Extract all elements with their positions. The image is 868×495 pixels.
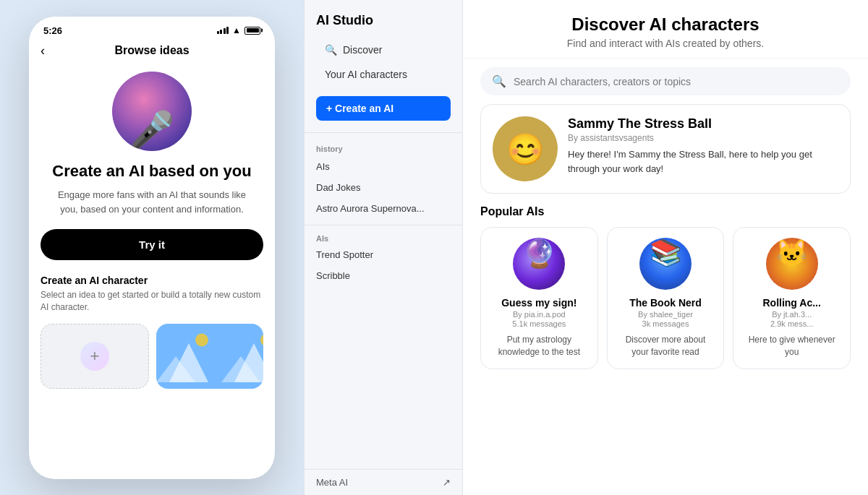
sidebar-footer: Meta AI ↗: [305, 469, 462, 495]
rolling-icon: 🐱: [775, 238, 808, 267]
featured-ai-name: Sammy The Stress Ball: [568, 116, 838, 132]
discover-label: Discover: [343, 44, 382, 56]
popular-ai-desc-3: Here to give whenever you: [744, 334, 840, 358]
battery-icon: [244, 27, 260, 35]
popular-ai-creator-1: By pia.in.a.pod: [513, 310, 566, 319]
wifi-icon: ▲: [232, 25, 241, 35]
phone-status-bar: 5:26 ▲: [29, 17, 275, 40]
popular-ai-desc-1: Put my astrology knowledge to the test: [491, 334, 587, 358]
back-button[interactable]: ‹: [41, 43, 45, 59]
create-character-section: Create an AI character Select an idea to…: [41, 275, 263, 389]
popular-ai-desc-2: Discover more about your favorite read: [618, 334, 714, 358]
left-panel: 5:26 ▲ ‹ Browse ideas: [0, 0, 304, 495]
sidebar-item-trend-spotter[interactable]: Trend Spotter: [305, 244, 462, 265]
signal-bars-icon: [217, 27, 229, 34]
meta-ai-link[interactable]: Meta AI ↗: [316, 477, 451, 488]
popular-ai-messages-1: 5.1k messages: [512, 319, 566, 328]
create-character-subtitle: Select an idea to get started or build a…: [41, 289, 263, 314]
sidebar-item-dad-jokes[interactable]: Dad Jokes: [305, 177, 462, 198]
featured-ai-description: Hey there! I'm Sammy the Stress Ball, he…: [568, 147, 838, 176]
browse-ideas-title: Browse ideas: [114, 44, 189, 57]
popular-ai-name-1: Guess my sign!: [501, 297, 576, 309]
popular-card-rolling[interactable]: 🐱 Rolling Ac... By jt.ah.3... 2.9k mess.…: [733, 227, 851, 369]
popular-ai-creator-3: By jt.ah.3...: [772, 310, 812, 319]
your-ais-section-label: AIs: [305, 231, 462, 244]
book-nerd-avatar: 📚: [639, 238, 692, 290]
astrology-avatar: 🔮: [513, 238, 565, 290]
hero-subtitle: Engage more fans with an AI that sounds …: [41, 188, 263, 216]
phone-content: 🎤 Create an AI based on you Engage more …: [29, 64, 275, 479]
phone-mockup: 5:26 ▲ ‹ Browse ideas: [29, 17, 275, 479]
singer-icon: 🎤: [129, 109, 174, 151]
featured-content: Sammy The Stress Ball By assistantsvsage…: [568, 116, 838, 176]
hero-avatar: 🎤: [112, 72, 192, 151]
popular-section: Popular AIs 🔮 Guess my sign! By pia.in.a…: [463, 205, 868, 495]
create-character-title: Create an AI character: [41, 275, 263, 286]
popular-ai-name-3: Rolling Ac...: [762, 297, 820, 309]
sidebar-item-discover[interactable]: 🔍 Discover: [316, 38, 451, 61]
phone-time: 5:26: [43, 25, 62, 36]
character-cards: +: [41, 324, 263, 389]
phone-header: ‹ Browse ideas: [29, 40, 275, 64]
sidebar-item-your-ais[interactable]: Your AI characters: [316, 63, 451, 86]
history-section-label: history: [305, 139, 462, 156]
popular-grid: 🔮 Guess my sign! By pia.in.a.pod 5.1k me…: [480, 227, 851, 369]
stress-ball-icon: 😊: [506, 132, 544, 167]
hero-title: Create an AI based on you: [52, 161, 251, 181]
sidebar-divider-1: [305, 132, 462, 133]
discover-subtitle: Find and interact with AIs created by ot…: [480, 38, 851, 49]
meta-ai-label: Meta AI: [316, 477, 348, 488]
rolling-avatar: 🐱: [766, 238, 818, 290]
featured-ai-creator: By assistantsvsagents: [568, 133, 838, 143]
popular-ai-name-2: The Book Nerd: [629, 297, 702, 309]
status-icons: ▲: [217, 25, 260, 35]
sidebar-item-scribble[interactable]: Scribble: [305, 265, 462, 286]
create-ai-button[interactable]: + Create an AI: [316, 96, 451, 121]
mountain-character-card[interactable]: [156, 324, 263, 389]
add-character-card[interactable]: +: [41, 324, 149, 389]
sidebar-divider-2: [305, 225, 462, 225]
search-bar[interactable]: 🔍: [480, 67, 851, 95]
sidebar-item-ais[interactable]: AIs: [305, 156, 462, 177]
discover-header: Discover AI characters Find and interact…: [463, 0, 868, 59]
discover-title: Discover AI characters: [480, 14, 851, 35]
astrology-icon: 🔮: [522, 238, 556, 269]
discover-panel: Discover AI characters Find and interact…: [463, 0, 868, 495]
sidebar-item-astro[interactable]: Astro Aurora Supernova...: [305, 198, 462, 219]
search-input[interactable]: [514, 76, 839, 87]
featured-ai-card[interactable]: 😊 Sammy The Stress Ball By assistantsvsa…: [480, 104, 851, 194]
popular-section-title: Popular AIs: [480, 205, 851, 218]
featured-avatar: 😊: [493, 116, 558, 181]
sidebar-title: AI Studio: [316, 13, 451, 28]
external-link-icon: ↗: [443, 477, 451, 488]
popular-card-astrology[interactable]: 🔮 Guess my sign! By pia.in.a.pod 5.1k me…: [480, 227, 598, 369]
discover-icon: 🔍: [325, 44, 337, 56]
book-nerd-icon: 📚: [650, 238, 682, 267]
popular-ai-messages-3: 2.9k mess...: [770, 319, 813, 328]
your-ais-label: Your AI characters: [325, 69, 407, 80]
popular-ai-creator-2: By shalee_tiger: [638, 310, 693, 319]
try-it-button[interactable]: Try it: [41, 229, 263, 260]
plus-icon: +: [80, 342, 109, 371]
search-icon: 🔍: [492, 74, 506, 88]
sidebar: AI Studio 🔍 Discover Your AI characters …: [304, 0, 463, 495]
popular-ai-messages-2: 3k messages: [642, 319, 689, 328]
popular-card-book-nerd[interactable]: 📚 The Book Nerd By shalee_tiger 3k messa…: [607, 227, 725, 369]
sidebar-header: AI Studio 🔍 Discover Your AI characters: [305, 0, 462, 93]
